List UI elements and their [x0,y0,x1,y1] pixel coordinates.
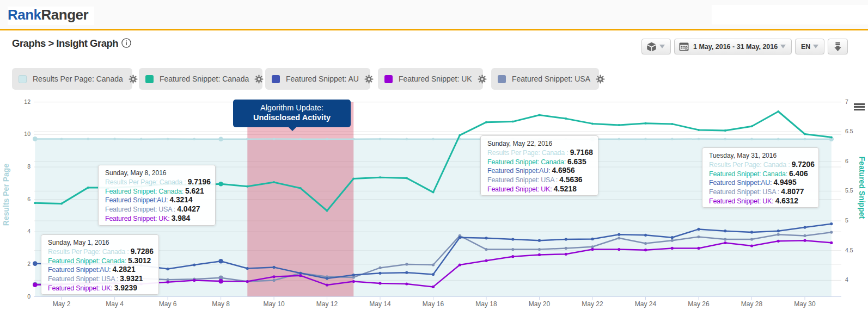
svg-text:6.5: 6.5 [845,128,853,134]
svg-text:Featured Snippet: Featured Snippet [858,157,866,219]
svg-text:May 10: May 10 [263,300,285,308]
svg-text:May 22: May 22 [582,300,603,308]
svg-text:May 6: May 6 [159,300,177,308]
svg-text:4.5: 4.5 [845,247,853,253]
svg-text:10: 10 [24,131,30,137]
svg-text:Results Per Page: Results Per Page [2,164,10,226]
svg-text:May 2: May 2 [53,300,71,308]
svg-text:8: 8 [27,163,30,170]
svg-text:2: 2 [27,261,30,267]
svg-text:May 12: May 12 [316,300,338,308]
svg-text:May 30: May 30 [794,300,816,308]
svg-text:May 24: May 24 [635,300,657,308]
svg-text:7: 7 [845,98,848,105]
svg-text:May 26: May 26 [688,300,710,308]
svg-text:May 4: May 4 [106,300,124,308]
svg-text:4: 4 [27,228,30,234]
svg-text:0: 0 [27,293,30,300]
svg-text:May 14: May 14 [369,300,391,308]
svg-text:12: 12 [24,98,30,105]
svg-text:5: 5 [845,217,848,224]
svg-text:May 18: May 18 [475,300,497,308]
svg-text:6: 6 [845,158,848,164]
svg-text:May 16: May 16 [423,300,444,308]
svg-text:May 28: May 28 [741,300,763,308]
svg-text:May 8: May 8 [212,300,230,308]
svg-text:5.5: 5.5 [845,187,853,194]
svg-text:4: 4 [845,276,848,283]
svg-text:May 20: May 20 [529,300,551,308]
svg-text:6: 6 [27,196,30,202]
